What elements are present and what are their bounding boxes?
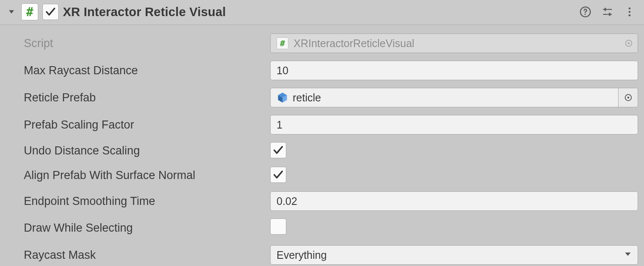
- label-draw-while-selecting: Draw While Selecting: [24, 221, 270, 235]
- properties-panel: Script # XRInteractorReticleVisual Max R…: [0, 25, 644, 266]
- value-raycast-mask: Everything: [277, 249, 327, 261]
- row-reticle-prefab: Reticle Prefab reticle: [24, 88, 638, 107]
- value-endpoint-smoothing-time: 0.02: [277, 195, 297, 207]
- dropdown-raycast-mask[interactable]: Everything: [270, 245, 638, 265]
- row-max-raycast-distance: Max Raycast Distance 10: [24, 61, 638, 80]
- row-script: Script # XRInteractorReticleVisual: [24, 34, 638, 53]
- label-reticle-prefab: Reticle Prefab: [24, 91, 270, 104]
- header-actions: [579, 6, 638, 18]
- label-undo-distance-scaling: Undo Distance Scaling: [24, 144, 270, 157]
- object-field-reticle-prefab[interactable]: reticle: [270, 88, 638, 107]
- row-endpoint-smoothing-time: Endpoint Smoothing Time 0.02: [24, 191, 638, 211]
- chevron-down-icon: [623, 249, 633, 261]
- label-max-raycast-distance: Max Raycast Distance: [24, 64, 270, 77]
- label-align-prefab-with-surface-normal: Align Prefab With Surface Normal: [24, 169, 270, 182]
- enable-component-checkbox[interactable]: [42, 4, 59, 20]
- script-value: XRInteractorReticleVisual: [294, 37, 414, 50]
- component-header: # XR Interactor Reticle Visual: [0, 0, 644, 25]
- presets-icon[interactable]: [602, 6, 613, 18]
- row-undo-distance-scaling: Undo Distance Scaling: [24, 142, 638, 159]
- svg-rect-2: [604, 8, 606, 11]
- checkbox-align-prefab-with-surface-normal[interactable]: [270, 167, 286, 183]
- component-title: XR Interactor Reticle Visual: [63, 5, 575, 19]
- object-picker-button[interactable]: [618, 88, 638, 107]
- svg-point-1: [585, 14, 586, 15]
- value-max-raycast-distance: 10: [277, 64, 288, 77]
- script-field: # XRInteractorReticleVisual: [270, 34, 638, 53]
- svg-rect-3: [609, 13, 611, 16]
- checkbox-undo-distance-scaling[interactable]: [270, 142, 286, 158]
- help-icon[interactable]: [579, 6, 591, 18]
- value-reticle-prefab: reticle: [293, 92, 321, 104]
- label-prefab-scaling-factor: Prefab Scaling Factor: [24, 118, 270, 132]
- label-raycast-mask: Raycast Mask: [24, 249, 270, 262]
- label-script: Script: [24, 37, 270, 50]
- svg-point-6: [629, 14, 631, 17]
- foldout-toggle[interactable]: [6, 6, 17, 17]
- value-prefab-scaling-factor: 1: [277, 119, 282, 131]
- row-raycast-mask: Raycast Mask Everything: [24, 245, 638, 265]
- object-picker-icon: [620, 34, 638, 53]
- svg-point-5: [629, 11, 631, 13]
- prefab-cube-icon: [277, 92, 288, 104]
- script-type-icon: #: [21, 3, 38, 20]
- script-hash-icon: #: [277, 37, 288, 49]
- svg-point-4: [629, 8, 631, 10]
- row-align-prefab-with-surface-normal: Align Prefab With Surface Normal: [24, 167, 638, 184]
- input-endpoint-smoothing-time[interactable]: 0.02: [270, 191, 638, 211]
- row-draw-while-selecting: Draw While Selecting: [24, 218, 638, 238]
- svg-point-8: [628, 42, 630, 45]
- input-max-raycast-distance[interactable]: 10: [270, 61, 638, 80]
- context-menu-icon[interactable]: [624, 6, 636, 18]
- label-endpoint-smoothing-time: Endpoint Smoothing Time: [24, 195, 270, 208]
- input-prefab-scaling-factor[interactable]: 1: [270, 115, 638, 134]
- svg-point-10: [627, 97, 629, 99]
- row-prefab-scaling-factor: Prefab Scaling Factor 1: [24, 115, 638, 134]
- checkbox-draw-while-selecting[interactable]: [270, 218, 286, 235]
